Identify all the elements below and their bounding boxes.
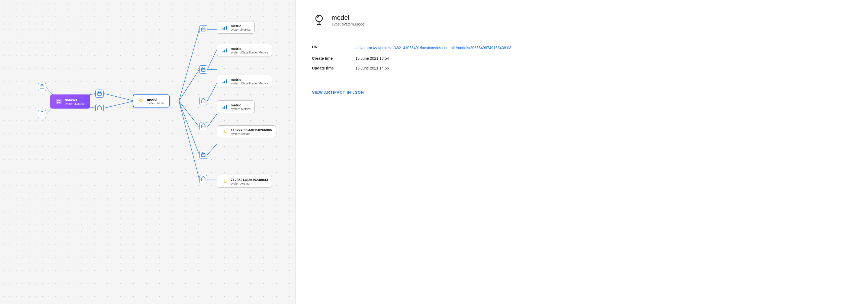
detail-title: model: [332, 14, 365, 22]
artifact1-subtitle: system.Artifact: [231, 132, 272, 135]
detail-header: model Type: system.Model: [312, 13, 852, 27]
update-time-row: Update time 15 June 2021 14:56: [312, 66, 852, 70]
svg-rect-58: [225, 132, 226, 133]
dataset-node-subtitle: system.Dataset: [65, 102, 85, 105]
update-time-value: 15 June 2021 14:56: [355, 66, 389, 70]
svg-rect-37: [202, 100, 205, 103]
svg-rect-50: [226, 49, 227, 53]
svg-rect-62: [225, 182, 226, 183]
svg-line-4: [104, 94, 134, 101]
svg-rect-53: [226, 80, 227, 84]
svg-rect-21: [40, 113, 44, 116]
edge-connector-10[interactable]: [199, 175, 207, 183]
create-time-label: Create time: [312, 56, 345, 60]
metric2-node[interactable]: metric system.ClassificationMetrics: [217, 44, 272, 56]
artifact1-title: 110297655448150266986: [231, 128, 272, 132]
model-icon: [137, 97, 145, 105]
model-node-title: model: [147, 98, 165, 102]
edge-connector-8[interactable]: [199, 122, 207, 130]
svg-line-5: [104, 101, 134, 108]
dataset-node-title: dataset: [65, 98, 85, 102]
svg-rect-33: [202, 28, 205, 31]
artifact2-subtitle: system.Artifact: [231, 182, 268, 185]
edge-connector-7[interactable]: [199, 97, 207, 105]
edge-connector-1[interactable]: [38, 83, 46, 91]
svg-rect-47: [226, 26, 227, 30]
svg-line-6: [179, 29, 199, 101]
update-time-label: Update time: [312, 66, 345, 70]
detail-type: Type: system.Model: [332, 22, 365, 26]
svg-rect-52: [224, 81, 225, 83]
svg-rect-43: [202, 178, 205, 181]
edge-connector-2[interactable]: [38, 110, 46, 118]
detail-model-icon: [312, 13, 326, 27]
metric1-icon: [221, 24, 228, 31]
model-node[interactable]: model system.Model: [133, 94, 170, 108]
svg-rect-19: [40, 86, 44, 89]
edge-connector-5[interactable]: [199, 25, 207, 33]
edge-connector-4[interactable]: [95, 104, 103, 112]
metric2-title: metric: [231, 47, 268, 51]
svg-rect-56: [226, 105, 227, 109]
artifact1-node[interactable]: 110297655448150266986 system.Artifact: [217, 126, 276, 138]
artifact2-node[interactable]: 7128521483619248843 system.Artifact: [217, 175, 272, 188]
svg-rect-45: [222, 28, 224, 30]
view-artifact-json-button[interactable]: VIEW ARTIFACT IN JSON: [312, 90, 364, 94]
edge-connector-3[interactable]: [95, 89, 103, 98]
svg-rect-26: [57, 102, 59, 103]
artifact2-title: 7128521483619248843: [231, 178, 268, 182]
svg-line-9: [179, 101, 199, 127]
metric1-node[interactable]: metric system.Metrics: [217, 21, 254, 34]
create-time-value: 15 June 2021 13:54: [355, 56, 389, 60]
metric1-title: metric: [231, 24, 250, 28]
svg-rect-28: [98, 92, 101, 95]
uri-row: URI aiplatform://v1/projects/46214106849…: [312, 45, 852, 51]
svg-rect-27: [59, 102, 60, 103]
model-node-subtitle: system.Model: [147, 102, 165, 105]
svg-rect-51: [222, 82, 224, 83]
svg-rect-24: [57, 100, 59, 101]
artifact2-icon: [221, 177, 228, 185]
dataset-node[interactable]: dataset system.Dataset: [50, 94, 90, 109]
svg-line-7: [179, 70, 199, 101]
metric3-icon: [221, 77, 228, 85]
svg-rect-30: [98, 107, 101, 110]
metric2-subtitle: system.ClassificationMetrics: [231, 51, 268, 54]
svg-rect-41: [202, 154, 205, 157]
svg-rect-55: [224, 106, 225, 109]
edge-connector-9[interactable]: [199, 150, 207, 159]
create-time-row: Create time 15 June 2021 13:54: [312, 56, 852, 60]
svg-rect-35: [202, 68, 205, 72]
svg-line-16: [207, 114, 217, 127]
svg-rect-61: [224, 182, 225, 183]
divider-1: [312, 37, 852, 37]
uri-link[interactable]: aiplatform://v1/projects/462141068491/lo…: [355, 45, 511, 51]
svg-rect-49: [224, 50, 225, 52]
metric3-title: metric: [231, 78, 268, 82]
svg-line-17: [207, 144, 217, 155]
dataset-icon: [55, 98, 63, 105]
svg-line-11: [179, 101, 199, 179]
svg-rect-39: [202, 125, 205, 128]
metric3-subtitle: system.ClassificationMetrics: [231, 82, 268, 85]
svg-rect-23: [56, 99, 62, 104]
svg-rect-54: [222, 108, 224, 109]
metric4-node[interactable]: metric system.Metrics: [217, 101, 254, 113]
svg-line-15: [207, 83, 217, 101]
svg-line-13: [207, 49, 217, 70]
metric4-subtitle: system.Metrics: [231, 107, 250, 110]
metric1-subtitle: system.Metrics: [231, 28, 250, 31]
graph-canvas[interactable]: dataset system.Dataset model system.Mode…: [0, 0, 296, 304]
edge-connector-6[interactable]: [199, 65, 207, 74]
uri-label: URI: [312, 45, 345, 49]
svg-rect-57: [224, 132, 225, 133]
detail-panel: model Type: system.Model URI aiplatform:…: [296, 0, 868, 304]
metric4-icon: [221, 103, 228, 110]
metric4-title: metric: [231, 103, 250, 107]
metric3-node[interactable]: metric system.ClassificationMetrics: [217, 75, 272, 87]
svg-rect-46: [224, 27, 225, 30]
metric2-icon: [221, 47, 228, 54]
artifact1-icon: [221, 128, 228, 135]
svg-line-10: [179, 101, 199, 155]
divider-2: [312, 78, 852, 78]
